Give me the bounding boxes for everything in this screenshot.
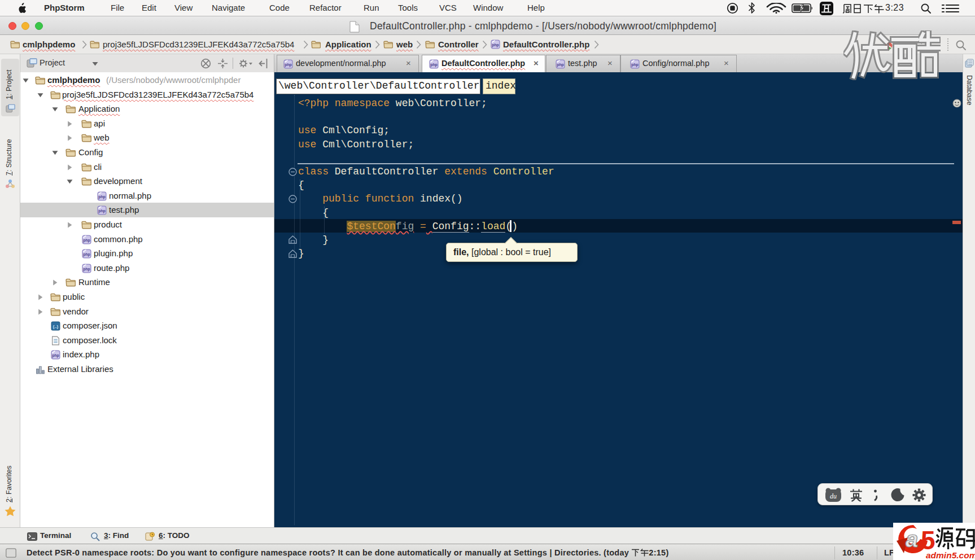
svg-text:a: a [906,527,918,552]
svg-text:admin5.com: admin5.com [926,550,975,559]
svg-text:du: du [830,492,837,500]
